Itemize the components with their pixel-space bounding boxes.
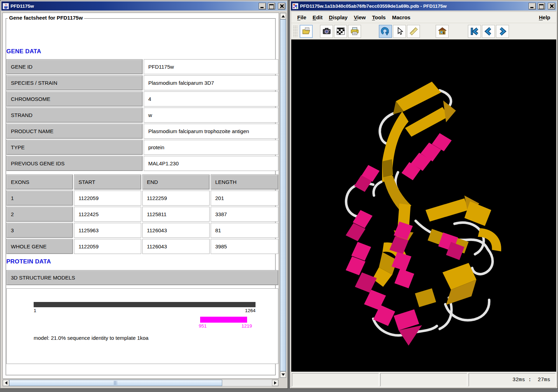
factsheet-panel: Gene factsheet for PFD1175w GENE DATA GE… [2,13,279,379]
ruler-icon [409,27,418,36]
menubar: File Edit Display View Tools Macros Help [291,12,556,23]
row-label: CHROMOSOME [6,91,143,106]
section-header: 3D STRUCTURE MODELS [6,270,278,285]
scroll-left-button[interactable] [3,380,9,386]
table-row: STRAND w [6,108,278,123]
viewer-client-area: File Edit Display View Tools Macros Help [291,12,556,387]
row-value: 4 [144,91,278,106]
exon-id: 2 [6,207,73,222]
scroll-up-button[interactable] [280,13,286,19]
open-file-icon [302,27,311,36]
viewer-window: PFD1175w.1a1b340c05ab76fb7ecc03559de1a69… [290,0,558,389]
table-row: GENE ID PFD1175w [6,59,278,74]
scroll-right-button[interactable] [272,380,278,386]
maximize-button[interactable] [538,3,545,9]
export-image-button[interactable] [320,25,333,38]
go-first-button[interactable] [468,25,481,38]
structure-viewport[interactable] [291,39,556,372]
exon-length: 201 [211,191,278,206]
vertical-scroll-thumb[interactable] [280,19,286,371]
exon-length: 3387 [211,207,278,222]
camera-icon [322,27,331,36]
home-button[interactable] [436,25,449,38]
exon-end: 1122259 [142,191,210,206]
scroll-down-button[interactable] [280,371,286,378]
column-header: LENGTH [211,174,278,190]
render-time: 32ms : 27ms [512,377,550,383]
table-row: PREVIOUS GENE IDS MAL4P1.230 [6,156,278,171]
pointer-tool-button[interactable] [393,25,406,38]
close-button[interactable] [278,3,285,9]
table-row: PRODUCT NAME Plasmodium falciparum troph… [6,124,278,139]
menu-file[interactable]: File [294,13,309,22]
measure-tool-button[interactable] [407,25,420,38]
model-segment-bar[interactable]: 951 1219 [200,317,247,328]
exon-end: 1126043 [142,239,210,254]
exon-id: 1 [6,191,73,206]
model-caption: model: 21.0% sequence identity to templa… [34,335,149,341]
row-label: GENE ID [6,59,143,74]
minimize-button[interactable] [259,3,266,9]
status-panel-2 [380,373,467,386]
horizontal-scrollbar[interactable] [2,379,279,386]
open-file-button[interactable] [300,25,313,38]
exon-id: 3 [6,223,73,238]
menu-help[interactable]: Help [536,13,553,22]
go-first-icon [470,27,479,36]
exons-table: EXONS START END LENGTH 1 1122059 1122259… [6,174,278,255]
menu-macros[interactable]: Macros [389,13,414,22]
go-previous-button[interactable] [482,25,495,38]
model-start-label: 951 [199,323,207,329]
protein-ribbon-graphic [291,40,556,372]
menu-display[interactable]: Display [326,13,351,22]
protein-data-heading: PROTEIN DATA [6,258,278,265]
exon-start: 1122425 [74,207,141,222]
menu-tools[interactable]: Tools [369,13,389,22]
minimize-button[interactable] [529,3,536,9]
factsheet-title-label: Gene factsheet for PFD1175w [8,15,84,21]
maximize-button[interactable] [268,3,275,9]
factsheet-window: PFD1175w Gene factsheet for PFD1175w GEN… [0,0,288,389]
row-label: PRODUCT NAME [6,124,143,139]
print-button[interactable] [348,25,361,38]
row-value: Plasmodium falciparum trophozoite antige… [144,124,278,139]
close-button[interactable] [548,3,555,9]
horizontal-scroll-thumb[interactable] [9,380,222,386]
model-end-label: 1219 [241,323,252,329]
column-header: END [142,174,210,190]
vertical-scrollbar[interactable] [280,13,286,378]
exon-start: 1122059 [74,191,141,206]
model-bar-rect[interactable] [200,317,247,323]
go-next-button[interactable] [496,25,509,38]
sequence-bar: 1 1264 [34,302,256,313]
exon-length: 3985 [211,239,278,254]
window-title: PFD1175w [11,4,257,9]
row-label: STRAND [6,108,143,123]
checkerboard-icon [336,27,345,36]
row-value: w [144,108,278,123]
menu-edit[interactable]: Edit [309,13,326,22]
contrast-button[interactable] [334,25,347,38]
exon-length: 81 [211,223,278,238]
horizontal-scroll-track[interactable] [9,380,272,386]
table-row: 3 1125963 1126043 81 [6,223,278,238]
row-label: TYPE [6,140,143,155]
status-panel-1 [292,373,379,386]
scrollbar-corner [279,379,286,386]
exon-start: 1122059 [74,239,141,254]
menu-view[interactable]: View [351,13,369,22]
structure-models-header: 3D STRUCTURE MODELS [6,270,278,285]
sequence-end-label: 1264 [245,308,256,313]
rotate-tool-button[interactable] [379,25,392,38]
molecule-app-icon [292,3,298,9]
gene-data-table: GENE ID PFD1175w SPECIES / STRAIN Plasmo… [6,59,278,172]
toolbar-grip[interactable] [293,25,298,37]
window-title: PFD1175w.1a1b340c05ab76fb7ecc03559de1a69… [300,4,527,9]
row-value: Plasmodium falciparum 3D7 [144,75,278,90]
exon-end: 1126043 [142,223,210,238]
java-icon [3,3,9,9]
exon-end: 1125811 [142,207,210,222]
factsheet-titlebar[interactable]: PFD1175w [1,1,287,11]
sequence-start-label: 1 [34,308,36,313]
viewer-titlebar[interactable]: PFD1175w.1a1b340c05ab76fb7ecc03559de1a69… [291,1,557,11]
